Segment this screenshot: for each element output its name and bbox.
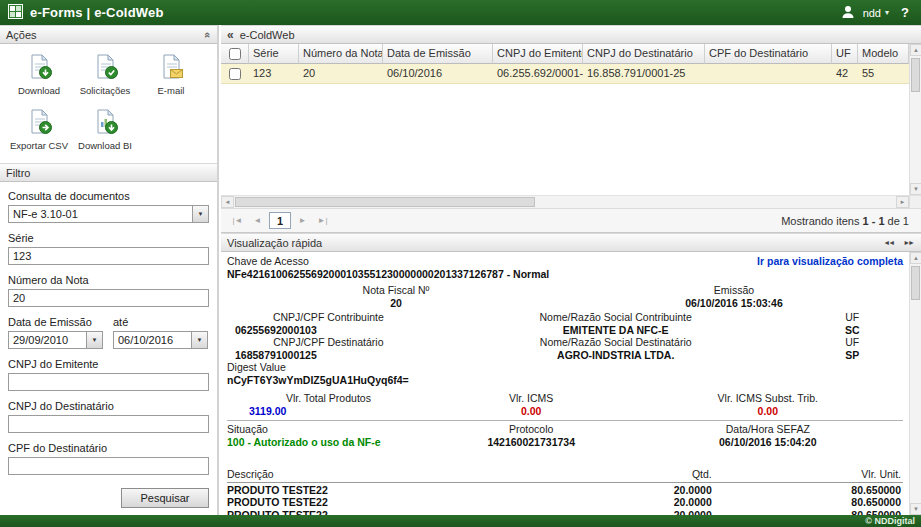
cell-data-emissao: 06/10/2016 [383, 64, 493, 83]
action-download-bi[interactable]: Download BI [72, 108, 138, 151]
situacao-value: 100 - Autorizado o uso da NF-e [227, 436, 430, 449]
grid-vertical-scrollbar[interactable]: ▲ ▼ [909, 44, 921, 195]
current-page-box[interactable]: 1 [269, 212, 291, 229]
action-solicitacoes[interactable]: Solicitações [72, 53, 138, 96]
cnpj-destinatario-input[interactable] [8, 415, 209, 433]
date-to-input[interactable] [114, 332, 191, 348]
user-menu[interactable]: ndd ▾ [863, 7, 889, 19]
action-exportar-csv[interactable]: Exportar CSV [6, 108, 72, 151]
nome-contribuinte-label: Nome/Razão Social Contribuinte [430, 311, 802, 324]
vlr-total-produtos-label: Vlr. Total Produtos [227, 392, 430, 405]
column-header-modelo[interactable]: Modelo [858, 44, 909, 64]
pesquisar-button[interactable]: Pesquisar [121, 488, 209, 508]
collapse-panel-icon[interactable]: « [227, 28, 234, 42]
situacao-values: 100 - Autorizado o uso da NF-e 142160021… [227, 436, 903, 449]
quick-view-nav: ◄◄ ►► [881, 237, 915, 248]
chevron-down-icon[interactable]: ▼ [192, 206, 208, 222]
full-view-link[interactable]: Ir para visualização completa [757, 255, 903, 268]
preview-vertical-scrollbar[interactable]: ▲ ▼ [909, 252, 921, 515]
app-logo-icon [8, 4, 23, 21]
scroll-down-icon[interactable]: ▼ [910, 503, 921, 515]
cnpj-contribuinte-label: CNPJ/CPF Contribuinte [227, 311, 430, 324]
app-window: e-Forms | e-ColdWeb ndd ▾ ? Ações « Down… [0, 0, 921, 527]
column-header-cnpj-destinatario[interactable]: CNPJ do Destinatário [583, 44, 705, 64]
date-from-picker[interactable]: ▼ [8, 331, 103, 349]
pagination-bar: |◄ ◄ 1 ► ►| Mostrando itens 1 - 1 de 1 [221, 208, 921, 233]
scroll-left-icon[interactable]: ◄ [221, 196, 234, 208]
actions-panel-header: Ações « [0, 25, 217, 44]
column-header-cnpj-emitente[interactable]: CNPJ do Emitente [493, 44, 583, 64]
scroll-up-icon[interactable]: ▲ [910, 252, 921, 264]
situacao-labels: Situação Protocolo Data/Hora SEFAZ [227, 423, 903, 436]
search-row: Pesquisar [0, 488, 217, 515]
grid-horizontal-scrollbar[interactable]: ◄ ► [221, 195, 921, 208]
scrollbar-thumb[interactable] [911, 266, 920, 300]
actions-panel-title: Ações [6, 29, 37, 41]
vlr-total-produtos-value: 3119.00 [227, 405, 430, 418]
item-row: PRODUTO TESTE22 20.0000 80.650000 [227, 484, 903, 497]
select-all-checkbox[interactable] [229, 48, 241, 60]
items-header-row: Descrição Qtd. Vlr. Unit. [227, 468, 903, 483]
item-qtd: 20.0000 [565, 496, 714, 509]
first-page-button[interactable]: |◄ [229, 212, 246, 229]
consulta-select[interactable]: ▼ [8, 205, 209, 223]
table-row[interactable]: 123 20 06/10/2016 06.255.692/0001-03 16.… [221, 64, 909, 84]
column-header-cpf-destinatario[interactable]: CPF do Destinatário [705, 44, 832, 64]
chevron-down-icon[interactable]: ▼ [86, 332, 102, 348]
item-vlr-unit: 80.650000 [714, 484, 903, 497]
chevron-down-icon[interactable]: ▼ [191, 332, 207, 348]
scrollbar-thumb[interactable] [235, 197, 535, 207]
numero-nota-input[interactable] [8, 289, 209, 307]
scroll-down-icon[interactable]: ▼ [910, 183, 921, 195]
collapse-actions-icon[interactable]: « [202, 31, 214, 37]
cell-cnpj-destinatario: 16.858.791/0001-25 [583, 64, 705, 83]
column-header-serie[interactable]: Série [249, 44, 299, 64]
action-label: Solicitações [80, 85, 131, 96]
next-record-icon[interactable]: ►► [901, 237, 915, 248]
cnpj-destinatario-value: 16858791000125 [227, 349, 430, 362]
vlr-icms-value: 0.00 [430, 405, 633, 418]
copyright-text: © NDDigital [865, 516, 915, 526]
consulta-select-value[interactable] [9, 206, 192, 222]
date-from-input[interactable] [9, 332, 86, 348]
cpf-destinatario-label: CPF do Destinatário [8, 442, 209, 454]
download-bi-icon [92, 108, 119, 137]
field-cnpj-emitente: CNPJ do Emitente [8, 358, 209, 391]
digest-value: nCyFT6Y3wYmDIZ5gUA1HuQyq6f4= [227, 374, 409, 387]
help-button[interactable]: ? [897, 5, 913, 20]
row-checkbox[interactable] [229, 68, 241, 80]
numero-nota-label: Número da Nota [8, 274, 209, 286]
scrollbar-track[interactable] [234, 196, 896, 208]
user-icon [841, 5, 855, 20]
last-page-button[interactable]: ►| [314, 212, 331, 229]
column-header-numero-da-nota[interactable]: Número da Nota [299, 44, 383, 64]
previous-record-icon[interactable]: ◄◄ [881, 237, 895, 248]
chave-acesso-row: Chave de Acesso Ir para visualização com… [227, 255, 903, 268]
action-download[interactable]: Download [6, 53, 72, 96]
next-page-button[interactable]: ► [294, 212, 311, 229]
column-header-data-emissao[interactable]: Data de Emissão [383, 44, 493, 64]
cpf-destinatario-input[interactable] [8, 457, 209, 475]
quick-view-header: Visualização rápida ◄◄ ►► [221, 233, 921, 252]
previous-page-button[interactable]: ◄ [249, 212, 266, 229]
scrollbar-corner [909, 196, 921, 208]
cnpj-emitente-input[interactable] [8, 373, 209, 391]
item-vlr-unit: 80.650000 [714, 496, 903, 509]
scroll-up-icon[interactable]: ▲ [910, 44, 921, 56]
scrollbar-thumb[interactable] [911, 58, 920, 92]
column-header-uf[interactable]: UF [832, 44, 858, 64]
destinatario-values: 16858791000125 AGRO-INDSTRIA LTDA. SP [227, 349, 903, 362]
showing-range: 1 - 1 [863, 215, 885, 227]
scroll-right-icon[interactable]: ► [896, 196, 909, 208]
grid-header-row: Série Número da Nota Data de Emissão CNP… [221, 44, 909, 64]
cnpj-destinatario-label: CNPJ do Destinatário [8, 400, 209, 412]
nota-fiscal-value: 20 [227, 297, 565, 310]
action-email[interactable]: E-mail [138, 53, 204, 96]
serie-input[interactable] [8, 247, 209, 265]
nome-contribuinte-value: EMITENTE DA NFC-E [430, 324, 802, 337]
quick-view-title: Visualização rápida [227, 237, 322, 249]
date-to-picker[interactable]: ▼ [113, 331, 208, 349]
uf-destinatario-value: SP [802, 349, 903, 362]
emissao-label: Emissão [565, 284, 903, 297]
serie-label: Série [8, 232, 209, 244]
